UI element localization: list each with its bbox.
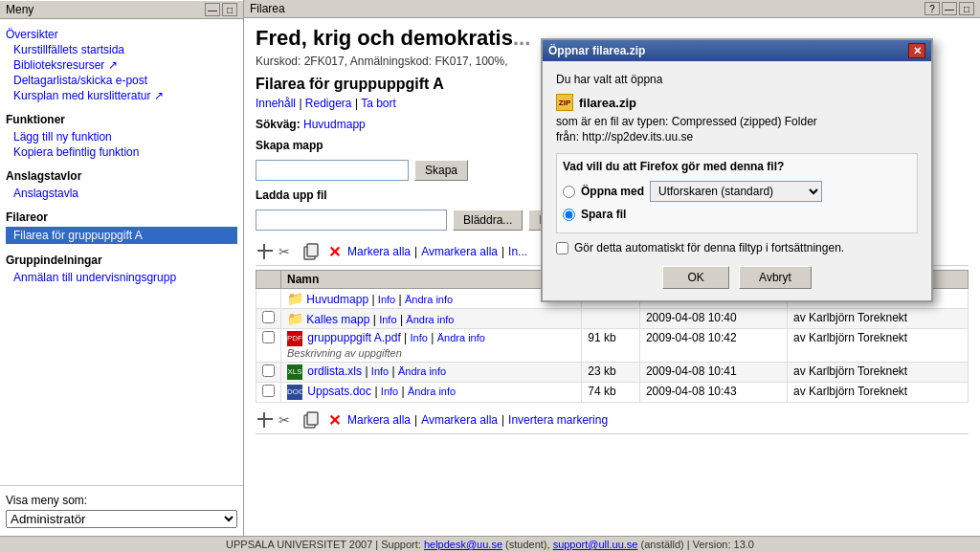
modal-auto-checkbox[interactable]: [556, 242, 568, 254]
sidebar-item-bibliotek[interactable]: Biblioteksresurser ↗: [6, 57, 237, 73]
svg-rect-6: [263, 412, 265, 428]
svg-rect-9: [307, 412, 318, 425]
modal-open-label: Öppna med: [581, 185, 644, 198]
helpdesk-link[interactable]: helpdesk@uu.se: [424, 539, 502, 550]
andra-info-link-kalles[interactable]: Ändra info: [406, 314, 454, 325]
toolbar-in-top[interactable]: In...: [508, 245, 527, 258]
view-as-label: Visa meny som:: [6, 494, 237, 507]
main-minimize-btn[interactable]: —: [942, 2, 957, 15]
main-maximize-btn[interactable]: □: [959, 2, 974, 15]
modal-save-label: Spara fil: [581, 208, 626, 221]
view-as-select[interactable]: Administratör: [6, 510, 237, 528]
browse-button[interactable]: Bläddra...: [453, 210, 523, 231]
row-checkbox-kalles[interactable]: [262, 311, 275, 323]
info-link-kalles[interactable]: Info: [379, 314, 396, 325]
table-row: 📁 Kalles mapp | Info | Ändra info 2009-0…: [256, 309, 969, 329]
folder-icon: 📁: [287, 311, 303, 326]
cut-icon[interactable]: ✂: [278, 242, 298, 261]
copy-icon-bottom[interactable]: [301, 410, 321, 430]
svg-text:✂: ✂: [278, 244, 290, 259]
delete-icon[interactable]: ✕: [324, 242, 344, 261]
delete-icon-bottom[interactable]: ✕: [324, 410, 344, 430]
table-row: DOC Uppsats.doc | Info | Ändra info 74 k…: [256, 383, 969, 403]
modal-question-box: Vad vill du att Firefox gör med denna fi…: [556, 153, 918, 233]
toolbar-markera-alla-bottom[interactable]: Markera alla: [347, 413, 411, 427]
breadcrumb-redigera[interactable]: Redigera: [305, 97, 352, 110]
sidebar-item-filarea-active[interactable]: Filarea för gruppuppgift A: [6, 227, 237, 244]
zip-icon: ZIP: [556, 94, 573, 111]
toolbar-markera-alla-top[interactable]: Markera alla: [347, 245, 411, 258]
xls-icon: XLS: [287, 364, 302, 380]
move-icon[interactable]: [256, 242, 275, 261]
row-checkbox-doc[interactable]: [262, 385, 275, 397]
sidebar-item-anmalan[interactable]: Anmälan till undervisningsgrupp: [6, 270, 237, 285]
path-value[interactable]: Huvudmapp: [303, 118, 366, 131]
doc-icon: DOC: [287, 385, 302, 400]
svg-rect-4: [307, 244, 318, 256]
modal-buttons: OK Avbryt: [556, 266, 918, 289]
upload-file-input[interactable]: [256, 210, 447, 231]
breadcrumb-innehall[interactable]: Innehåll: [256, 97, 296, 110]
file-toolbar-bottom: ✂ ✕ Markera alla | Avmarkera alla | Inve…: [256, 407, 969, 434]
main-area: Filarea ? — □ Fred, krig och demokratis.…: [244, 0, 980, 536]
modal-filename-text: filarea.zip: [579, 96, 636, 110]
modal-question-text: Vad vill du att Firefox gör med denna fi…: [563, 160, 911, 173]
modal-open-with-select[interactable]: Utforskaren (standard): [650, 181, 822, 202]
file-link-xls[interactable]: ordlista.xls: [307, 364, 362, 378]
info-link-pdf[interactable]: Info: [411, 332, 428, 343]
info-link-xls[interactable]: Info: [371, 365, 389, 377]
modal-save-radio[interactable]: [563, 209, 575, 221]
modal-filetype: som är en fil av typen: Compressed (zipp…: [556, 115, 918, 128]
sidebar-minimize-btn[interactable]: —: [205, 3, 220, 16]
file-link-doc[interactable]: Uppsats.doc: [307, 385, 371, 398]
sidebar-item-startsida[interactable]: Kurstillfällets startsida: [6, 42, 237, 57]
svg-rect-1: [263, 244, 265, 259]
path-label: Sökväg:: [256, 118, 301, 131]
sidebar-maximize-btn[interactable]: □: [222, 3, 237, 16]
create-folder-input[interactable]: [256, 160, 409, 181]
modal-ok-button[interactable]: OK: [662, 266, 729, 289]
info-link-doc[interactable]: Info: [381, 386, 398, 397]
support-link[interactable]: support@ull.uu.se: [553, 539, 638, 550]
sidebar-item-kopiera[interactable]: Kopiera befintlig funktion: [6, 144, 237, 160]
modal-cancel-button[interactable]: Avbryt: [739, 266, 812, 289]
main-help-btn[interactable]: ?: [924, 2, 940, 15]
pdf-icon: PDF: [287, 331, 302, 346]
sidebar-item-deltagarlista[interactable]: Deltagarlista/skicka e-post: [6, 73, 237, 88]
toolbar-avmarkera-alla-bottom[interactable]: Avmarkera alla: [421, 413, 498, 427]
breadcrumb-ta-bort[interactable]: Ta bort: [361, 97, 396, 110]
info-link-huvudmapp[interactable]: Info: [378, 294, 395, 305]
modal-close-button[interactable]: ✕: [908, 43, 925, 58]
row-checkbox-pdf[interactable]: [262, 331, 275, 343]
modal-titlebar: Öppnar filarea.zip ✕: [543, 40, 931, 61]
sidebar-item-kursplan[interactable]: Kursplan med kurslitteratur ↗: [6, 88, 237, 103]
create-folder-button[interactable]: Skapa: [414, 160, 468, 181]
sidebar-section-filareor: Filareor: [6, 210, 237, 224]
andra-info-link-huvudmapp[interactable]: Ändra info: [405, 294, 453, 305]
sidebar-section-funktioner: Funktioner: [6, 113, 237, 126]
andra-info-link-pdf[interactable]: Ändra info: [437, 332, 485, 343]
main-title-text: Filarea: [250, 2, 285, 15]
row-checkbox-xls[interactable]: [262, 364, 275, 377]
file-link-pdf[interactable]: gruppuppgift A.pdf: [307, 331, 400, 344]
copy-icon[interactable]: [301, 242, 321, 261]
modal-open-radio[interactable]: [563, 186, 575, 198]
andra-info-link-xls[interactable]: Ändra info: [398, 365, 446, 377]
toolbar-avmarkera-alla-top[interactable]: Avmarkera alla: [421, 245, 498, 258]
toolbar-invertera-bottom[interactable]: Invertera markering: [508, 413, 608, 427]
move-icon-bottom[interactable]: [256, 410, 275, 430]
file-link-kalles[interactable]: Kalles mapp: [306, 313, 369, 326]
modal-fileurl: från: http://sp2dev.its.uu.se: [556, 130, 918, 144]
sidebar-item-lagg-till[interactable]: Lägg till ny funktion: [6, 129, 237, 144]
cut-icon-bottom[interactable]: ✂: [278, 410, 298, 430]
modal-dialog: Öppnar filarea.zip ✕ Du har valt att öpp…: [541, 38, 933, 302]
table-row: XLS ordlista.xls | Info | Ändra info 23 …: [256, 363, 969, 383]
file-link-huvudmapp[interactable]: Huvudmapp: [306, 293, 368, 306]
modal-intro: Du har valt att öppna: [556, 73, 918, 86]
table-header-checkbox: [256, 271, 281, 289]
table-header-name: Namn: [281, 271, 582, 289]
sidebar-item-anslagstavla[interactable]: Anslagstavla: [6, 186, 237, 201]
andra-info-link-doc[interactable]: Ändra info: [408, 386, 456, 397]
sidebar-item-oversikter[interactable]: Översikter: [6, 27, 237, 42]
svg-text:✂: ✂: [278, 412, 290, 428]
